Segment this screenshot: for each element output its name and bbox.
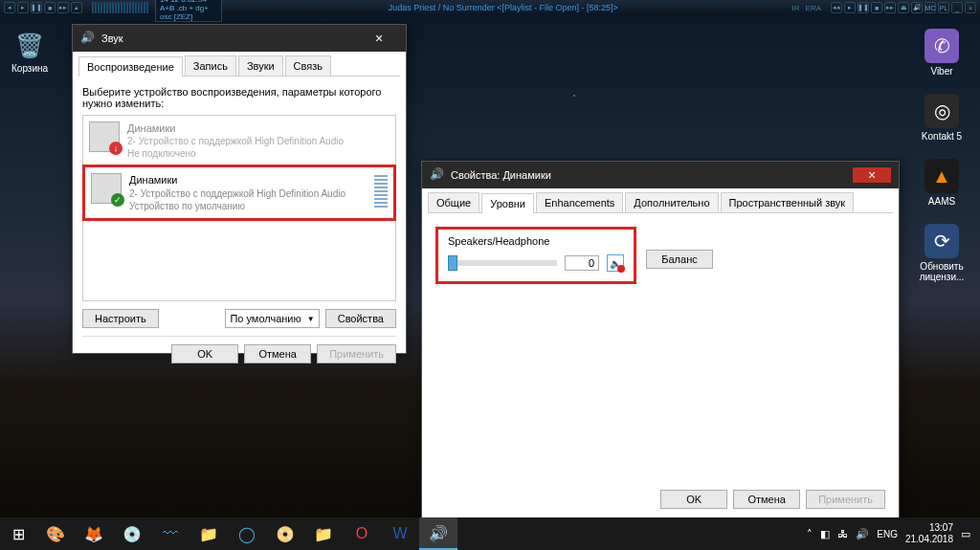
cancel-button[interactable]: Отмена bbox=[733, 490, 800, 509]
tray-clock[interactable]: 13:07 21.04.2018 bbox=[905, 522, 953, 545]
taskbar-app-word[interactable]: W bbox=[381, 517, 419, 550]
tray-date: 21.04.2018 bbox=[905, 534, 953, 545]
device-desc: 2- Устройство с поддержкой High Definiti… bbox=[129, 187, 345, 200]
taskbar-app-1[interactable]: 🎨 bbox=[36, 517, 75, 550]
tab-levels[interactable]: Уровни bbox=[481, 193, 534, 213]
tab-communications[interactable]: Связь bbox=[285, 55, 331, 76]
player-open-icon[interactable]: ▴ bbox=[71, 2, 82, 13]
close-button[interactable]: × bbox=[360, 31, 398, 46]
recycle-bin[interactable]: 🗑️ Корзина bbox=[11, 29, 48, 74]
taskbar-app-4[interactable]: 〰 bbox=[151, 517, 189, 550]
player-rc-play-icon[interactable]: ▸ bbox=[844, 2, 856, 13]
taskbar-app-8[interactable]: 📁 bbox=[304, 517, 343, 550]
level-highlight-box: Speakers/Headphone 0 🔈 bbox=[435, 227, 636, 284]
tray-notifications-icon[interactable]: ▭ bbox=[961, 528, 970, 540]
desktop-icon-update-license[interactable]: ⟳ Обновить лицензи... bbox=[913, 224, 970, 282]
recycle-bin-label: Корзина bbox=[11, 63, 48, 74]
mute-button[interactable]: 🔈 bbox=[607, 254, 624, 272]
device-speaker-icon: ✓ bbox=[91, 173, 122, 204]
properties-dialog: 🔊 Свойства: Динамики × Общие Уровни Enha… bbox=[421, 161, 900, 519]
tab-playback[interactable]: Воспроизведение bbox=[78, 56, 183, 77]
tray-app-icon[interactable]: ◧ bbox=[820, 528, 830, 540]
tab-sounds[interactable]: Звуки bbox=[238, 55, 283, 76]
taskbar-app-7[interactable]: 📀 bbox=[266, 517, 304, 550]
taskbar-app-sound[interactable]: 🔊 bbox=[419, 517, 457, 550]
apply-button[interactable]: Применить bbox=[317, 344, 396, 363]
properties-dialog-title: Свойства: Динамики bbox=[451, 169, 551, 181]
taskbar-pinned-apps: 🎨 🦊 💿 〰 📁 ◯ 📀 📁 O W 🔊 bbox=[36, 517, 457, 550]
player-left-controls: ◂ ▸ ❚❚ ■ ▸▸ ▴ bbox=[0, 2, 86, 13]
sound-dialog-titlebar[interactable]: 🔊 Звук × bbox=[73, 25, 406, 52]
ok-button[interactable]: OK bbox=[660, 490, 727, 509]
desktop-icon-kontakt[interactable]: ◎ Kontakt 5 bbox=[913, 94, 970, 142]
sound-dialog-tabs: Воспроизведение Запись Звуки Связь bbox=[78, 55, 400, 77]
player-time-display: 14 12 0.02.54 A+B .cb + dg+ osc [ZEZ] bbox=[155, 0, 222, 22]
player-pause-icon[interactable]: ❚❚ bbox=[31, 2, 42, 13]
desktop-icons-column: ✆ Viber ◎ Kontakt 5 ▲ AAMS ⟳ Обновить ли… bbox=[913, 29, 970, 282]
player-next-icon[interactable]: ▸▸ bbox=[57, 2, 69, 13]
tab-spatial-sound[interactable]: Пространственный звук bbox=[721, 192, 855, 212]
desktop-icon-aams[interactable]: ▲ AAMS bbox=[913, 159, 970, 207]
player-era-label: ERA bbox=[806, 4, 821, 12]
viber-icon: ✆ bbox=[924, 29, 959, 63]
device-item-default[interactable]: ✓ Динамики 2- Устройство с поддержкой Hi… bbox=[82, 165, 396, 220]
device-item-disconnected[interactable]: ↓ Динамики 2- Устройство с поддержкой Hi… bbox=[83, 116, 395, 165]
speaker-icon: 🔊 bbox=[80, 31, 96, 46]
desktop-icon-viber[interactable]: ✆ Viber bbox=[913, 29, 970, 77]
device-status: Устройство по умолчанию bbox=[129, 200, 345, 212]
device-name: Динамики bbox=[129, 173, 345, 187]
player-badge-pl[interactable]: PL bbox=[938, 2, 949, 13]
properties-dialog-titlebar[interactable]: 🔊 Свойства: Динамики × bbox=[422, 162, 899, 188]
sound-dialog-title: Звук bbox=[101, 33, 123, 44]
tray-up-icon[interactable]: ˄ bbox=[807, 528, 813, 540]
volume-value[interactable]: 0 bbox=[565, 255, 599, 271]
taskbar-app-opera[interactable]: O bbox=[343, 517, 381, 550]
player-play-icon[interactable]: ▸ bbox=[17, 2, 29, 13]
taskbar-app-2[interactable]: 🦊 bbox=[75, 517, 113, 550]
tray-language[interactable]: ENG bbox=[877, 529, 898, 539]
tab-enhancements[interactable]: Enhancements bbox=[536, 192, 623, 212]
player-prev-icon[interactable]: ◂ bbox=[4, 2, 15, 13]
default-dropdown[interactable]: По умолчанию▼ bbox=[225, 309, 319, 328]
taskbar-app-6[interactable]: ◯ bbox=[228, 517, 266, 550]
kontakt-icon: ◎ bbox=[924, 94, 959, 128]
player-rc-prev-icon[interactable]: ◂◂ bbox=[831, 2, 842, 13]
recycle-bin-icon: 🗑️ bbox=[12, 29, 47, 63]
start-button[interactable]: ⊞ bbox=[0, 517, 36, 550]
close-button[interactable]: × bbox=[853, 167, 891, 183]
player-min-icon[interactable]: _ bbox=[951, 2, 963, 13]
device-badge-down-icon: ↓ bbox=[109, 142, 122, 155]
apply-button[interactable]: Применить bbox=[806, 490, 885, 509]
player-close-icon[interactable]: × bbox=[965, 2, 976, 13]
balance-button[interactable]: Баланс bbox=[646, 250, 713, 269]
device-desc: 2- Устройство с поддержкой High Definiti… bbox=[127, 135, 344, 147]
properties-button[interactable]: Свойства bbox=[325, 309, 396, 328]
player-rc-vol-icon[interactable]: 🔊 bbox=[911, 2, 923, 13]
tab-advanced[interactable]: Дополнительно bbox=[625, 192, 718, 212]
player-visualizer bbox=[92, 2, 149, 13]
volume-slider[interactable] bbox=[448, 260, 557, 266]
slider-thumb[interactable] bbox=[448, 255, 457, 271]
player-right-controls: ◂◂ ▸ ❚❚ ■ ▸▸ ⏏ 🔊 MC PL _ × bbox=[827, 2, 980, 13]
player-rc-eject-icon[interactable]: ⏏ bbox=[898, 2, 909, 13]
player-ir-label: IR bbox=[792, 4, 800, 12]
device-speaker-icon: ↓ bbox=[89, 121, 120, 152]
player-rc-next-icon[interactable]: ▸▸ bbox=[884, 2, 896, 13]
sound-dialog-instruction: Выберите устройство воспроизведения, пар… bbox=[82, 86, 396, 109]
tray-volume-icon[interactable]: 🔊 bbox=[856, 528, 869, 540]
system-tray: ˄ ◧ 🖧 🔊 ENG 13:07 21.04.2018 ▭ bbox=[807, 522, 980, 545]
configure-button[interactable]: Настроить bbox=[82, 309, 159, 328]
update-license-icon: ⟳ bbox=[924, 224, 959, 258]
tab-general[interactable]: Общие bbox=[428, 192, 479, 212]
player-rc-pause-icon[interactable]: ❚❚ bbox=[858, 2, 869, 13]
tab-recording[interactable]: Запись bbox=[185, 55, 236, 76]
player-badge-mc[interactable]: MC bbox=[924, 2, 936, 13]
device-level-meter bbox=[374, 173, 388, 208]
player-stop-icon[interactable]: ■ bbox=[44, 2, 56, 13]
taskbar-app-3[interactable]: 💿 bbox=[113, 517, 151, 550]
tray-network-icon[interactable]: 🖧 bbox=[837, 528, 848, 539]
cancel-button[interactable]: Отмена bbox=[244, 344, 311, 363]
player-rc-stop-icon[interactable]: ■ bbox=[871, 2, 882, 13]
ok-button[interactable]: OK bbox=[171, 344, 238, 363]
taskbar-app-5[interactable]: 📁 bbox=[189, 517, 228, 550]
